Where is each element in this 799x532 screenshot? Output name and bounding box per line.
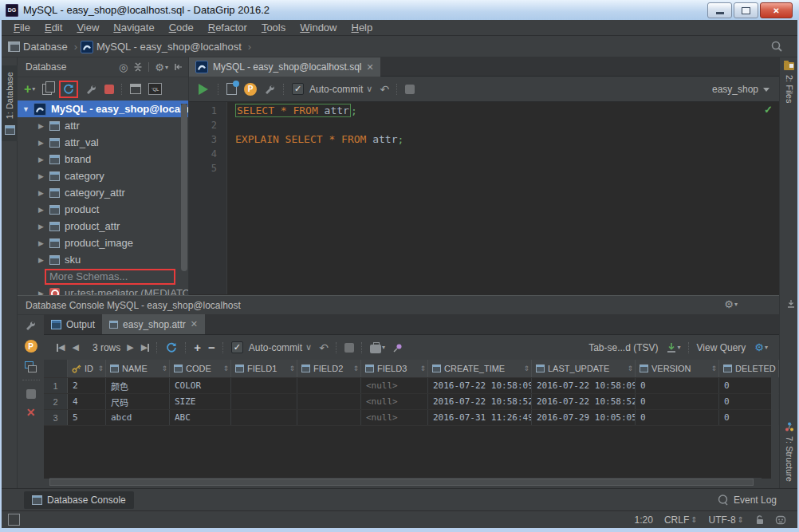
table-cell[interactable]: 0 [719,394,779,409]
expand-arrow-icon[interactable]: ▶ [38,223,49,231]
parameters-icon[interactable]: P [244,83,257,96]
menu-view[interactable]: View [69,22,106,33]
open-console-icon[interactable]: 'QL [148,83,162,95]
toolwindow-button-database-console[interactable]: Database Console [24,491,134,509]
run-icon[interactable] [199,84,208,95]
table-cell[interactable]: 2 [68,378,106,393]
table-cell[interactable]: 2016-07-22 10:58:52 [532,394,636,409]
tree-scrollbar[interactable] [181,104,187,281]
menu-window[interactable]: Window [293,22,344,33]
table-cell[interactable]: 2016-07-31 11:26:49 [428,410,532,425]
table-row[interactable]: 24尺码SIZE<null>2016-07-22 10:58:522016-07… [44,394,771,410]
code-line[interactable] [235,161,779,175]
hide-panel-icon[interactable] [174,62,183,72]
table-cell[interactable]: abcd [106,410,170,425]
table-cell[interactable]: <null> [361,378,428,393]
tree-item-category[interactable]: ▶category [18,167,188,184]
expand-arrow-icon[interactable]: ▶ [38,256,49,264]
gear-icon[interactable]: ⚙▾ [724,298,738,310]
download-icon[interactable]: ▾ [666,342,681,353]
column-header-deleted[interactable]: DELETED⇕ [719,360,779,377]
tab-result-grid[interactable]: easy_shop.attr ✕ [102,314,205,334]
previous-page-icon[interactable]: ◀ [72,342,78,353]
gear-icon[interactable]: ⚙▾ [155,61,168,73]
menu-tools[interactable]: Tools [254,22,293,33]
refresh-icon[interactable] [62,83,75,96]
menu-refactor[interactable]: Refactor [201,22,254,33]
autocommit-checkbox[interactable]: ✓ [231,341,243,353]
table-row[interactable]: 35abcdABC<null>2016-07-31 11:26:492016-0… [44,410,771,426]
add-row-icon[interactable]: + [194,342,201,353]
table-cell[interactable]: 尺码 [106,394,170,409]
toolwindow-tab-structure[interactable]: 7: Structure [780,422,798,482]
autocommit-checkbox[interactable]: ✓ [292,83,304,95]
table-row[interactable]: 12颜色COLOR<null>2016-07-22 10:58:092016-0… [44,378,771,394]
column-header-create_time[interactable]: CREATE_TIME⇕ [428,360,532,377]
close-button[interactable]: ✕ [760,2,793,18]
inspector-face-icon[interactable] [775,514,786,525]
code-line[interactable]: SELECT * FROM attr; [235,104,779,118]
column-header-id[interactable]: ID⇕ [68,360,106,377]
table-cell[interactable]: 5 [68,410,106,425]
window-titlebar[interactable]: DG MySQL - easy_shop@localhost.sql - Dat… [0,0,799,20]
chevron-down-icon[interactable]: ∨ [366,84,372,94]
stop-icon[interactable] [104,85,114,94]
schema-selector[interactable]: easy_shop [712,77,769,102]
table-cell[interactable]: 0 [719,410,779,425]
code-line[interactable] [235,118,779,132]
editor-body[interactable]: 12345 SELECT * FROM attr;EXPLAIN SELECT … [189,102,779,294]
table-cell[interactable] [297,410,361,425]
expand-arrow-icon[interactable]: ▶ [38,139,49,147]
menu-navigate[interactable]: Navigate [106,22,161,33]
caret-position[interactable]: 1:20 [635,514,653,526]
expand-arrow-icon[interactable]: ▶ [38,122,49,130]
toolwindow-tab-database[interactable]: 1: Database [2,65,18,141]
scroll-to-source-icon[interactable]: ◎ [119,61,128,73]
table-cell[interactable] [231,410,297,425]
tree-item-attr_val[interactable]: ▶attr_val [18,134,188,151]
toolwindow-tab-files[interactable]: 2: Files [780,62,798,103]
table-cell[interactable]: ABC [170,410,231,425]
event-log-button[interactable]: Event Log [717,495,777,506]
table-cell[interactable]: 0 [636,410,719,425]
sort-icon[interactable]: ⇕ [222,365,229,372]
column-header-field2[interactable]: FIELD2⇕ [297,360,361,377]
table-cell[interactable]: 2016-07-22 10:58:52 [428,394,532,409]
menu-file[interactable]: File [6,22,37,33]
tree-item-product[interactable]: ▶product [18,201,188,218]
refresh-icon[interactable] [165,341,178,354]
export-format-label[interactable]: Tab-se...d (TSV) [588,342,658,353]
tree-item-category_attr[interactable]: ▶category_attr [18,184,188,201]
properties-wrench-icon[interactable] [85,83,97,95]
table-cell[interactable]: 0 [636,394,719,409]
expand-arrow-icon[interactable]: ▶ [38,206,49,214]
column-header-field3[interactable]: FIELD3⇕ [361,360,428,377]
more-schemas-label[interactable]: More Schemas... [45,269,175,285]
encoding-selector[interactable]: UTF-8⇕ [709,514,744,526]
table-cell[interactable]: <null> [361,394,428,409]
pin-icon[interactable] [392,342,403,353]
commit-icon[interactable]: ▾ [370,342,385,353]
sort-icon[interactable]: ⇕ [523,365,529,372]
unlock-icon[interactable] [755,514,764,525]
first-page-icon[interactable]: ◀ [57,342,65,353]
column-header-last_update[interactable]: LAST_UPDATE⇕ [532,360,636,377]
table-cell[interactable]: 2016-07-29 10:05:05 [532,410,636,425]
console-panel-header[interactable]: Database Console MySQL - easy_shop@local… [18,296,779,315]
table-cell[interactable]: 2016-07-22 10:58:09 [428,378,532,393]
horizontal-scrollbar[interactable] [49,478,762,487]
table-cell[interactable] [231,378,297,393]
table-cell[interactable]: 2016-07-22 10:58:09 [532,378,636,393]
column-header-field1[interactable]: FIELD1⇕ [231,360,297,377]
execute-settings-icon[interactable] [226,83,237,95]
rollback-icon[interactable]: ↶ [319,341,329,354]
table-cell[interactable] [297,378,361,393]
maximize-button[interactable] [734,2,758,18]
horizontal-scrollbar-thumb[interactable] [49,479,754,486]
delete-row-icon[interactable]: − [208,342,215,353]
tab-output[interactable]: Output [44,314,102,334]
table-cell[interactable] [231,394,297,409]
open-table-icon[interactable] [130,84,141,94]
add-datasource-button[interactable]: +▾ [24,84,35,95]
breadcrumb-connection[interactable]: MySQL - easy_shop@localhost [96,41,242,53]
